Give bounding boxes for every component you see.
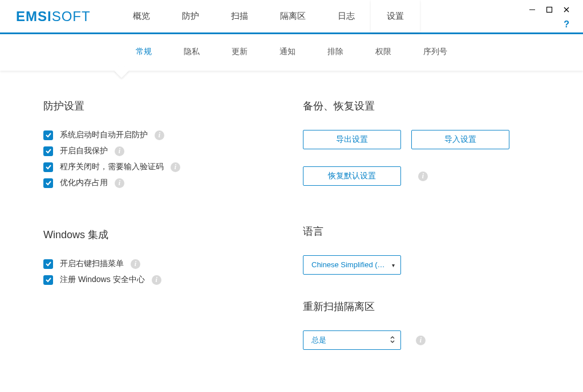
subnav-label: 更新 bbox=[232, 47, 248, 56]
left-column: 防护设置 系统启动时自动开启防护 i 开启自我保护 i 程序关闭时，需要输入验证… bbox=[43, 99, 280, 367]
nav-scan[interactable]: 扫描 bbox=[215, 0, 264, 32]
checkbox[interactable] bbox=[43, 130, 53, 140]
rescan-quarantine-title: 重新扫描隔离区 bbox=[303, 300, 540, 313]
subnav-permissions[interactable]: 权限 bbox=[371, 44, 396, 59]
protection-settings-title: 防护设置 bbox=[43, 99, 280, 113]
subnav-label: 通知 bbox=[280, 47, 295, 56]
subnav-license[interactable]: 序列号 bbox=[419, 44, 452, 59]
button-label: 恢复默认设置 bbox=[328, 171, 376, 181]
info-icon[interactable]: i bbox=[115, 146, 124, 156]
nav-settings[interactable]: 设置 bbox=[371, 0, 420, 32]
checkbox-label: 程序关闭时，需要输入验证码 bbox=[60, 162, 164, 172]
content-area: 防护设置 系统启动时自动开启防护 i 开启自我保护 i 程序关闭时，需要输入验证… bbox=[0, 71, 583, 367]
checkbox-label: 注册 Windows 安全中心 bbox=[60, 275, 145, 285]
checkbox[interactable] bbox=[43, 275, 53, 285]
info-icon[interactable]: i bbox=[152, 275, 161, 285]
select-value: 总是 bbox=[311, 335, 326, 345]
nav-label: 概览 bbox=[133, 11, 150, 22]
checkbox-label: 优化内存占用 bbox=[60, 178, 108, 188]
opt-autostart: 系统启动时自动开启防护 i bbox=[43, 130, 280, 140]
checkbox-label: 系统启动时自动开启防护 bbox=[60, 130, 148, 140]
help-icon[interactable]: ? bbox=[564, 19, 569, 30]
language-title: 语言 bbox=[303, 224, 540, 238]
subnav-label: 序列号 bbox=[423, 47, 447, 56]
nav-protection[interactable]: 防护 bbox=[166, 0, 215, 32]
info-icon[interactable]: i bbox=[416, 336, 426, 345]
export-settings-button[interactable]: 导出设置 bbox=[303, 130, 401, 149]
subnav-label: 权限 bbox=[375, 47, 391, 56]
info-icon[interactable]: i bbox=[418, 172, 428, 181]
subnav-label: 隐私 bbox=[184, 47, 200, 56]
info-icon[interactable]: i bbox=[155, 130, 164, 140]
subnav-general[interactable]: 常规 bbox=[131, 44, 156, 59]
rescan-select[interactable]: 总是 bbox=[303, 330, 401, 350]
top-nav: EMSISOFT 概览 防护 扫描 隔离区 日志 设置 bbox=[0, 0, 583, 34]
checkbox-label: 开启右键扫描菜单 bbox=[60, 259, 124, 269]
checkbox[interactable] bbox=[43, 259, 53, 269]
select-value: Chinese Simplified (简体中文) bbox=[311, 260, 392, 270]
updown-icon bbox=[390, 336, 395, 345]
info-icon[interactable]: i bbox=[131, 259, 140, 269]
info-icon[interactable]: i bbox=[171, 162, 180, 172]
subnav-label: 常规 bbox=[136, 47, 152, 56]
checkbox[interactable] bbox=[43, 162, 53, 172]
svg-rect-1 bbox=[547, 7, 552, 13]
import-settings-button[interactable]: 导入设置 bbox=[411, 130, 509, 149]
button-label: 导出设置 bbox=[336, 134, 368, 145]
checkbox[interactable] bbox=[43, 178, 53, 188]
info-icon[interactable]: i bbox=[115, 178, 124, 188]
chevron-down-icon: ▾ bbox=[392, 262, 395, 268]
close-button[interactable] bbox=[558, 3, 575, 16]
window-controls bbox=[524, 0, 583, 16]
nav-label: 防护 bbox=[182, 11, 199, 22]
app-logo: EMSISOFT bbox=[16, 9, 91, 24]
button-label: 导入设置 bbox=[444, 134, 476, 145]
subnav-notifications[interactable]: 通知 bbox=[275, 44, 300, 59]
svg-rect-0 bbox=[529, 10, 535, 10]
opt-memory-optimize: 优化内存占用 i bbox=[43, 178, 280, 188]
nav-quarantine[interactable]: 隔离区 bbox=[264, 0, 322, 32]
right-column: 备份、恢复设置 导出设置 导入设置 恢复默认设置 i 语言 Chinese Si… bbox=[280, 99, 540, 367]
nav-label: 隔离区 bbox=[280, 11, 306, 22]
logo-bold: EMSI bbox=[16, 9, 52, 24]
subnav-privacy[interactable]: 隐私 bbox=[179, 44, 204, 59]
minimize-button[interactable] bbox=[524, 3, 541, 16]
nav-logs[interactable]: 日志 bbox=[322, 0, 371, 32]
restore-defaults-button[interactable]: 恢复默认设置 bbox=[303, 166, 401, 186]
opt-captcha-on-close: 程序关闭时，需要输入验证码 i bbox=[43, 162, 280, 172]
nav-overview[interactable]: 概览 bbox=[117, 0, 166, 32]
opt-self-protection: 开启自我保护 i bbox=[43, 146, 280, 156]
opt-security-center: 注册 Windows 安全中心 i bbox=[43, 275, 280, 285]
windows-integration-title: Windows 集成 bbox=[43, 228, 280, 242]
backup-restore-title: 备份、恢复设置 bbox=[303, 99, 540, 113]
logo-light: SOFT bbox=[52, 9, 91, 24]
language-select[interactable]: Chinese Simplified (简体中文) ▾ bbox=[303, 255, 401, 275]
checkbox-label: 开启自我保护 bbox=[60, 146, 108, 156]
subnav-exclusions[interactable]: 排除 bbox=[323, 44, 348, 59]
subnav-label: 排除 bbox=[327, 47, 343, 56]
opt-explorer-scan: 开启右键扫描菜单 i bbox=[43, 259, 280, 269]
maximize-button[interactable] bbox=[541, 3, 558, 16]
subnav-updates[interactable]: 更新 bbox=[227, 44, 252, 59]
nav-label: 设置 bbox=[387, 11, 404, 22]
nav-label: 扫描 bbox=[231, 11, 248, 22]
nav-label: 日志 bbox=[338, 11, 355, 22]
checkbox[interactable] bbox=[43, 146, 53, 156]
sub-nav: 常规 隐私 更新 通知 排除 权限 序列号 bbox=[0, 34, 583, 71]
